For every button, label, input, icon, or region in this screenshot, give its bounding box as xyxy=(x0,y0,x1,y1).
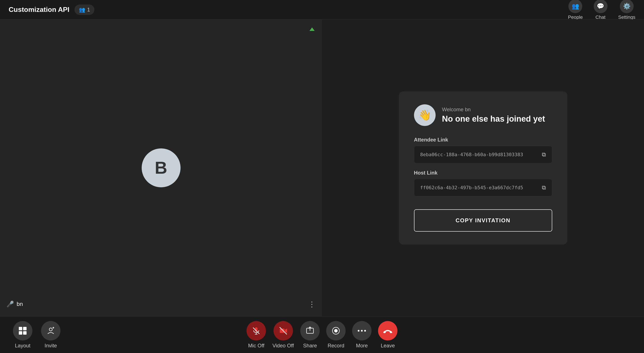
participant-label: 🎤 bn xyxy=(6,300,23,308)
avatar-initial: B xyxy=(155,158,167,178)
copy-invitation-button[interactable]: COPY INVITATION xyxy=(414,209,552,232)
host-link-value: ff062c6a-4b32-497b-b545-e3a667dc7fd5 xyxy=(420,185,523,190)
record-button[interactable]: Record xyxy=(326,321,346,349)
svg-point-23 xyxy=(390,331,392,333)
wave-avatar: 👋 xyxy=(414,104,436,126)
share-icon xyxy=(300,321,320,340)
people-button[interactable]: 👥 People xyxy=(568,0,583,20)
video-off-icon xyxy=(274,321,293,340)
video-options-button[interactable]: ⋮ xyxy=(308,300,316,308)
more-button[interactable]: More xyxy=(352,321,372,349)
share-label: Share xyxy=(303,343,317,349)
invite-panel: 👋 Welcome bn No one else has joined yet … xyxy=(322,20,644,316)
copy-attendee-link-button[interactable]: ⧉ xyxy=(542,151,546,158)
svg-rect-2 xyxy=(23,327,26,330)
video-area: B 🎤 bn ⋮ xyxy=(0,20,322,316)
svg-point-21 xyxy=(364,330,366,332)
main-content: B 🎤 bn ⋮ 👋 Welcome bn No one else has jo… xyxy=(0,20,644,316)
svg-point-20 xyxy=(361,330,363,332)
invite-label: Invite xyxy=(44,343,57,349)
top-bar: Customization API 👥 1 👥 People 💬 Chat ⚙️… xyxy=(0,0,644,20)
settings-icon: ⚙️ xyxy=(620,0,634,13)
invite-button[interactable]: Invite xyxy=(41,321,60,349)
svg-rect-1 xyxy=(19,327,22,330)
layout-icon xyxy=(13,321,32,340)
participant-badge[interactable]: 👥 1 xyxy=(74,4,94,15)
top-bar-right: 👥 People 💬 Chat ⚙️ Settings xyxy=(568,0,635,20)
host-link-section: Host Link ff062c6a-4b32-497b-b545-e3a667… xyxy=(414,170,552,196)
host-link-label: Host Link xyxy=(414,170,552,176)
svg-point-5 xyxy=(49,328,52,331)
mic-muted-icon: 🎤 xyxy=(6,300,14,308)
mic-off-icon xyxy=(246,321,266,340)
more-icon xyxy=(352,321,372,340)
leave-button[interactable]: Leave xyxy=(378,321,398,349)
video-off-button[interactable]: Video Off xyxy=(272,321,294,349)
settings-button[interactable]: ⚙️ Settings xyxy=(618,0,636,20)
leave-icon xyxy=(378,321,398,340)
avatar: B xyxy=(142,148,180,187)
copy-host-link-button[interactable]: ⧉ xyxy=(542,184,546,191)
app-title: Customization API xyxy=(9,6,69,14)
people-icon-small: 👥 xyxy=(79,7,85,13)
video-off-label: Video Off xyxy=(272,343,294,349)
welcome-subtitle: Welcome bn xyxy=(442,106,545,112)
attendee-link-label: Attendee Link xyxy=(414,137,552,143)
layout-label: Layout xyxy=(15,343,30,349)
people-label: People xyxy=(568,14,583,20)
bottom-left-controls: Layout Invite xyxy=(13,321,60,349)
leave-label: Leave xyxy=(381,343,395,349)
more-label: More xyxy=(356,343,368,349)
share-button[interactable]: Share xyxy=(300,321,320,349)
invite-card: 👋 Welcome bn No one else has joined yet … xyxy=(399,92,567,244)
record-label: Record xyxy=(328,343,344,349)
chat-label: Chat xyxy=(596,14,605,20)
attendee-link-value: 8eba06cc-188a-4768-b60a-b99d81303383 xyxy=(420,152,523,157)
svg-point-22 xyxy=(384,331,386,333)
svg-point-19 xyxy=(358,330,360,332)
layout-button[interactable]: Layout xyxy=(13,321,32,349)
svg-rect-4 xyxy=(23,331,26,335)
bottom-center-controls: Mic Off Video Off Share xyxy=(246,321,397,349)
svg-rect-3 xyxy=(19,331,22,335)
signal-icon xyxy=(308,26,316,33)
svg-marker-0 xyxy=(310,28,315,31)
welcome-text: Welcome bn No one else has joined yet xyxy=(442,106,545,124)
participant-name: bn xyxy=(17,301,23,308)
attendee-link-box: 8eba06cc-188a-4768-b60a-b99d81303383 ⧉ xyxy=(414,146,552,163)
mic-off-button[interactable]: Mic Off xyxy=(246,321,266,349)
settings-label: Settings xyxy=(618,14,636,20)
record-icon xyxy=(326,321,346,340)
welcome-section: 👋 Welcome bn No one else has joined yet xyxy=(414,104,552,126)
people-icon: 👥 xyxy=(568,0,582,13)
attendee-link-section: Attendee Link 8eba06cc-188a-4768-b60a-b9… xyxy=(414,137,552,163)
participant-count: 1 xyxy=(87,7,90,13)
chat-button[interactable]: 💬 Chat xyxy=(594,0,608,20)
host-link-box: ff062c6a-4b32-497b-b545-e3a667dc7fd5 ⧉ xyxy=(414,179,552,196)
welcome-title: No one else has joined yet xyxy=(442,114,545,124)
bottom-bar: Layout Invite xyxy=(0,316,644,353)
top-bar-left: Customization API 👥 1 xyxy=(9,4,94,15)
chat-icon: 💬 xyxy=(594,0,608,13)
svg-marker-13 xyxy=(285,328,287,333)
invite-icon xyxy=(41,321,60,340)
svg-point-18 xyxy=(334,329,338,332)
mic-off-label: Mic Off xyxy=(248,343,264,349)
